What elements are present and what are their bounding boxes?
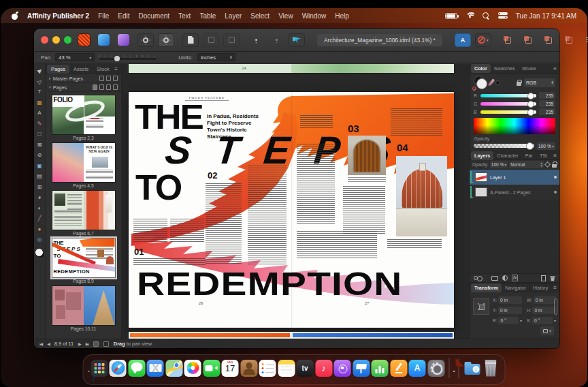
panel-menu-icon[interactable]: ≡ bbox=[553, 285, 558, 291]
blend-mode-select[interactable]: Normal▴▾ bbox=[509, 161, 544, 168]
green-value[interactable]: 235 bbox=[539, 100, 555, 107]
spotlight-search-icon[interactable] bbox=[483, 12, 490, 20]
dock-safari[interactable] bbox=[110, 360, 127, 377]
menu-file[interactable]: File bbox=[98, 12, 109, 20]
tab-color[interactable]: Color bbox=[471, 64, 491, 73]
layer-row-selected[interactable]: ▸ Layer 1 bbox=[470, 170, 559, 185]
opacity-value[interactable]: 100 %▾ bbox=[537, 142, 555, 150]
menu-edit[interactable]: Edit bbox=[118, 12, 129, 20]
last-page-button[interactable]: ▶| bbox=[86, 341, 88, 346]
thumbnail-pages-8-9-selected[interactable]: THE STEPS TO REDEMPTION bbox=[52, 238, 115, 277]
units-select[interactable]: Inches▴▾ bbox=[197, 53, 235, 61]
publisher-persona-button[interactable] bbox=[78, 34, 90, 46]
panel-menu-icon[interactable]: ≡ bbox=[114, 66, 120, 72]
adjustment-layer-icon[interactable] bbox=[502, 275, 508, 281]
mask-layer-icon[interactable] bbox=[491, 276, 498, 281]
tab-navigator[interactable]: Navigator bbox=[502, 283, 529, 292]
colour-picker-tool[interactable]: ╱ bbox=[35, 214, 44, 223]
layer-visibility-toggle[interactable] bbox=[554, 176, 557, 179]
thumbnail-pages-4-5[interactable]: WHAT'S OLD IS NEW AGAIN bbox=[52, 143, 115, 182]
menu-app-name[interactable]: Affinity Publisher 2 bbox=[27, 12, 89, 20]
tab-transform[interactable]: Transform bbox=[471, 283, 502, 292]
group-button[interactable] bbox=[500, 33, 516, 47]
menu-text[interactable]: Text bbox=[178, 12, 191, 20]
apple-menu-icon[interactable] bbox=[12, 12, 18, 20]
dock-music[interactable]: ♪ bbox=[315, 360, 332, 377]
tab-character[interactable]: Character bbox=[493, 151, 522, 160]
menu-layer[interactable]: Layer bbox=[225, 12, 242, 20]
page-indicator[interactable]: 8,9 of 11 bbox=[54, 341, 74, 347]
tab-assets[interactable]: Assets bbox=[69, 65, 93, 74]
control-center-icon[interactable] bbox=[498, 12, 508, 19]
red-slider[interactable] bbox=[480, 94, 536, 97]
fill-tool[interactable]: ◕ bbox=[35, 193, 44, 202]
frame-text-tool[interactable]: T bbox=[35, 87, 44, 96]
dock-contacts[interactable] bbox=[240, 360, 257, 377]
single-page-view-icon[interactable] bbox=[103, 341, 109, 347]
page-thumbnail-item[interactable]: FOLIO Pages 2,3 bbox=[52, 95, 115, 140]
layer-visibility-toggle[interactable] bbox=[554, 191, 557, 194]
red-value[interactable]: 235 bbox=[539, 92, 555, 99]
document-canvas[interactable]: 24 bbox=[122, 64, 469, 339]
dock-messages[interactable] bbox=[128, 360, 145, 377]
dock-downloads[interactable]: ↓ bbox=[463, 360, 480, 377]
add-layer-icon[interactable] bbox=[541, 275, 546, 281]
picture-frame-rectangle-tool[interactable]: ⊠ bbox=[35, 140, 44, 149]
tab-stroke[interactable]: Stroke bbox=[519, 64, 540, 73]
menu-clock[interactable]: Tue Jan 17 9:41 AM bbox=[516, 12, 576, 20]
tab-paragraph[interactable]: Par bbox=[522, 151, 536, 160]
shape-tool[interactable]: □ bbox=[35, 129, 44, 138]
dock-notes[interactable] bbox=[278, 360, 295, 377]
layer-effects-icon[interactable]: fx bbox=[512, 275, 518, 281]
color-spectrum[interactable] bbox=[474, 118, 555, 134]
dock-keynote[interactable] bbox=[353, 360, 370, 377]
menu-help[interactable]: Help bbox=[335, 12, 349, 20]
tab-stock[interactable]: Stock bbox=[93, 65, 113, 74]
duplicate-master-icon[interactable] bbox=[106, 76, 111, 81]
spread-view-icon[interactable] bbox=[93, 341, 99, 347]
preferences-button[interactable] bbox=[137, 33, 154, 47]
panel-menu-icon[interactable]: ≡ bbox=[553, 153, 558, 159]
move-back-button[interactable] bbox=[561, 33, 577, 47]
previous-page-button[interactable]: ◀ bbox=[47, 341, 50, 346]
menu-document[interactable]: Document bbox=[138, 12, 169, 20]
link-dimensions-toggle[interactable] bbox=[554, 298, 557, 315]
blue-slider[interactable] bbox=[480, 110, 536, 114]
move-forward-button[interactable] bbox=[540, 33, 557, 47]
layer-fx-gear-icon[interactable] bbox=[545, 162, 550, 167]
dock-launchpad[interactable] bbox=[91, 360, 108, 377]
duplicate-page-icon[interactable] bbox=[106, 84, 111, 90]
character-style-button[interactable]: A bbox=[455, 33, 471, 47]
dock-calendar[interactable]: JAN17 bbox=[222, 360, 239, 377]
wifi-icon[interactable] bbox=[466, 12, 474, 19]
master-pages-row[interactable]: ▸ Master Pages bbox=[46, 74, 121, 83]
node-tool[interactable]: ▷ bbox=[33, 75, 46, 87]
battery-icon[interactable] bbox=[445, 13, 457, 19]
blue-value[interactable]: 235 bbox=[539, 108, 555, 115]
vector-crop-tool[interactable]: ⊞ bbox=[35, 183, 44, 191]
preview-mode-button[interactable] bbox=[289, 33, 305, 47]
expand-layer-icon[interactable]: ▸ bbox=[472, 195, 474, 199]
apply-master-icon[interactable] bbox=[93, 84, 97, 90]
spread-pages-8-9[interactable]: FOCUS FEATURE THE In Padua, Residents Fi… bbox=[129, 92, 454, 328]
previous-spread-edge[interactable]: 24 bbox=[129, 64, 454, 73]
designer-persona-button[interactable] bbox=[98, 34, 110, 46]
zoom-window-button[interactable] bbox=[64, 36, 71, 44]
transparency-tool[interactable]: ◐ bbox=[35, 204, 44, 213]
place-image-tool[interactable]: ▣ bbox=[35, 161, 44, 170]
dock-system-settings[interactable] bbox=[427, 360, 444, 377]
pen-tool[interactable]: ✎ bbox=[35, 119, 44, 128]
pin-alt-button[interactable] bbox=[268, 33, 284, 47]
menu-select[interactable]: Select bbox=[250, 12, 270, 20]
first-page-button[interactable]: |◀ bbox=[39, 341, 42, 346]
dock-tv[interactable]: tv bbox=[297, 360, 314, 377]
y-input[interactable]: 0 in bbox=[498, 307, 522, 314]
no-style-button[interactable]: ▾ bbox=[475, 33, 491, 47]
dock-numbers[interactable] bbox=[372, 360, 389, 377]
layers-opacity-value[interactable]: 100 %▾ bbox=[490, 161, 508, 168]
tab-history[interactable]: History bbox=[529, 283, 551, 292]
tab-text-styles[interactable]: TSt bbox=[536, 151, 551, 160]
h-input[interactable]: 0 in bbox=[532, 307, 556, 314]
lock-layer-icon[interactable] bbox=[552, 161, 557, 168]
add-page-icon[interactable] bbox=[99, 84, 104, 90]
